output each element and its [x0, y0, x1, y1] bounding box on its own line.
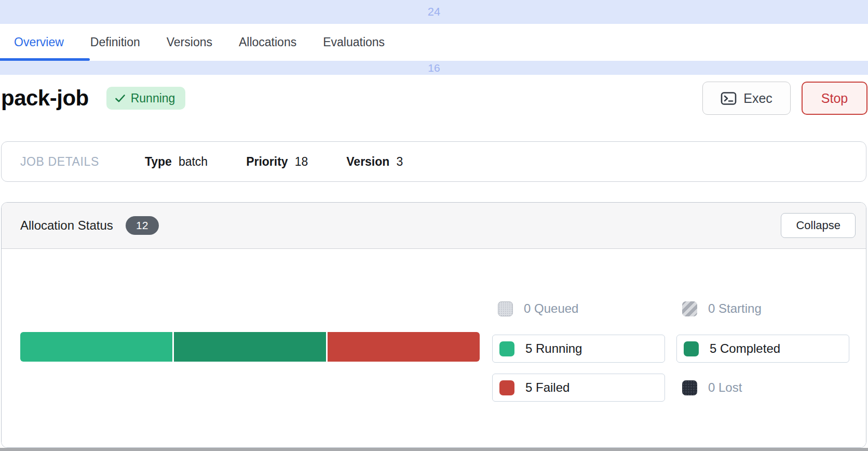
- allocation-count-badge: 12: [126, 216, 159, 235]
- legend-item-starting: 0 Starting: [676, 301, 849, 316]
- spacing-value-mid: 16: [428, 62, 440, 74]
- tab-versions[interactable]: Versions: [167, 35, 212, 49]
- bar-segment-running[interactable]: [20, 332, 172, 362]
- job-detail-label: Type: [145, 155, 172, 169]
- stop-button-label: Stop: [821, 91, 848, 106]
- spacing-annotation-top: 24: [0, 0, 868, 24]
- failed-swatch-icon: [499, 380, 514, 395]
- status-badge-label: Running: [131, 91, 175, 105]
- collapse-button[interactable]: Collapse: [781, 213, 856, 238]
- legend-item-queued: 0 Queued: [492, 301, 665, 316]
- exec-button[interactable]: Exec: [702, 82, 791, 115]
- job-details-fields: TypebatchPriority18Version3: [145, 155, 403, 169]
- job-detail-priority: Priority18: [246, 155, 308, 169]
- job-details-heading: JOB DETAILS: [20, 155, 99, 169]
- job-detail-version: Version3: [346, 155, 403, 169]
- allocation-status-body: 0 Queued0 Starting5 Running5 Completed5 …: [2, 249, 866, 448]
- legend-label: 0 Queued: [524, 301, 578, 316]
- allocation-legend: 0 Queued0 Starting5 Running5 Completed5 …: [492, 301, 850, 402]
- legend-item-failed[interactable]: 5 Failed: [492, 374, 665, 402]
- tab-definition[interactable]: Definition: [90, 35, 140, 49]
- exec-button-label: Exec: [743, 91, 772, 106]
- spacing-value-top: 24: [428, 5, 440, 19]
- bottom-edge-strip: [0, 448, 868, 451]
- legend-item-running[interactable]: 5 Running: [492, 335, 665, 363]
- allocation-stacked-bar: [20, 332, 480, 362]
- terminal-icon: [721, 91, 737, 105]
- allocation-status-title: Allocation Status: [20, 218, 113, 233]
- job-detail-value: 18: [295, 155, 308, 169]
- job-detail-label: Version: [346, 155, 389, 169]
- stop-button[interactable]: Stop: [802, 82, 867, 115]
- allocation-status-header: Allocation Status 12 Collapse: [2, 203, 866, 249]
- legend-label: 5 Failed: [525, 380, 569, 395]
- legend-label: 5 Running: [525, 341, 582, 356]
- job-details-card: JOB DETAILS TypebatchPriority18Version3: [1, 141, 866, 182]
- queued-swatch-icon: [498, 301, 513, 316]
- running-swatch-icon: [499, 341, 514, 356]
- tab-evaluations[interactable]: Evaluations: [323, 35, 385, 49]
- legend-row: 0 Queued0 Starting: [492, 301, 850, 316]
- check-icon: [115, 94, 126, 103]
- lost-swatch-icon: [682, 380, 697, 395]
- status-badge: Running: [106, 87, 186, 110]
- bar-segment-completed[interactable]: [174, 332, 326, 362]
- allocation-status-panel: Allocation Status 12 Collapse 0 Queued0 …: [1, 202, 866, 448]
- job-detail-value: 3: [396, 155, 403, 169]
- spacing-annotation-mid: 16: [0, 61, 868, 75]
- bar-segment-failed[interactable]: [328, 332, 480, 362]
- tab-allocations[interactable]: Allocations: [239, 35, 296, 49]
- tab-bar: OverviewDefinitionVersionsAllocationsEva…: [0, 24, 868, 61]
- completed-swatch-icon: [684, 341, 699, 356]
- legend-row: 5 Failed0 Lost: [492, 374, 850, 402]
- legend-label: 0 Lost: [708, 380, 742, 395]
- tab-overview[interactable]: Overview: [14, 35, 64, 49]
- job-detail-value: batch: [179, 155, 208, 169]
- job-header: pack-job Running: [1, 81, 185, 115]
- legend-item-lost: 0 Lost: [676, 374, 849, 402]
- legend-row: 5 Running5 Completed: [492, 335, 850, 363]
- legend-label: 5 Completed: [710, 341, 780, 356]
- job-detail-type: Typebatch: [145, 155, 208, 169]
- starting-swatch-icon: [682, 301, 697, 316]
- collapse-button-label: Collapse: [796, 219, 840, 232]
- page-title: pack-job: [1, 86, 89, 111]
- job-detail-label: Priority: [246, 155, 288, 169]
- legend-label: 0 Starting: [708, 301, 762, 316]
- legend-item-completed[interactable]: 5 Completed: [676, 335, 849, 363]
